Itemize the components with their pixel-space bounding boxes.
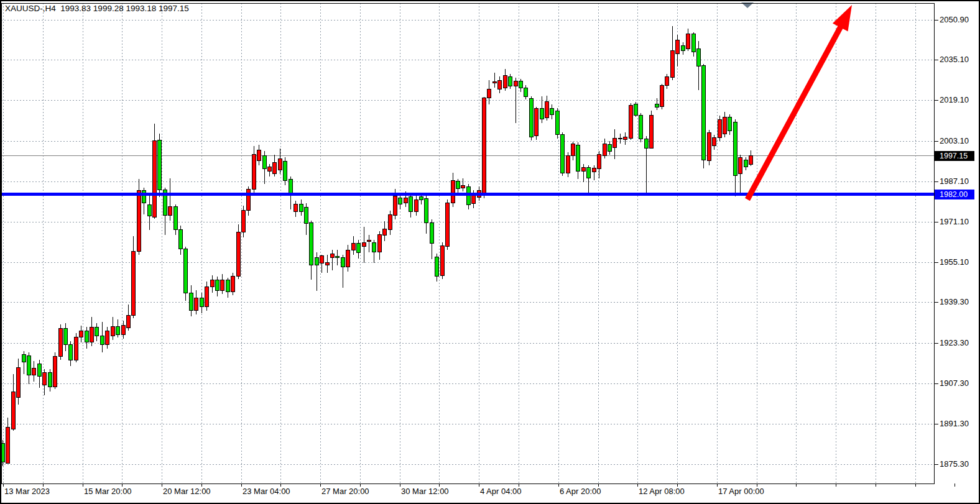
price-tick-label: 2035.10 (940, 55, 969, 64)
trend-arrow-head (833, 5, 852, 32)
ohlc-high: 1999.28 (93, 4, 124, 13)
price-tick-label: 1971.10 (940, 218, 969, 226)
time-tick-label: 4 Apr 04:00 (480, 487, 522, 496)
trend-arrow-shaft[interactable] (747, 25, 841, 199)
price-tick-label: 1987.10 (940, 177, 969, 186)
current-price-tag: 1997.15 (935, 151, 974, 161)
price-tick-label: 1939.30 (940, 298, 969, 306)
price-tick-label: 1875.30 (940, 460, 969, 469)
price-tick-label: 2050.90 (940, 16, 969, 24)
support-price-tag: 1982.00 (935, 190, 974, 199)
time-tick-label: 30 Mar 12:00 (401, 487, 449, 496)
price-tick-label: 2003.10 (940, 137, 969, 145)
ohlc-close: 1997.15 (159, 4, 189, 13)
window-frame (1, 1, 979, 503)
time-tick-label: 13 Mar 2023 (4, 487, 50, 496)
symbol-period-label: XAUUSD-,H4 (5, 4, 56, 13)
chart-window: XAUUSD-,H4 1993.83 1999.28 1993.18 1997.… (0, 0, 980, 504)
time-tick-label: 23 Mar 04:00 (243, 487, 290, 496)
candlestick-chart[interactable] (0, 0, 980, 504)
time-tick-label: 6 Apr 20:00 (560, 487, 601, 496)
time-tick-label: 12 Apr 08:00 (639, 487, 685, 496)
ohlc-open: 1993.83 (60, 4, 91, 13)
price-tick-label: 1955.10 (940, 258, 969, 267)
plot-border (2, 4, 935, 484)
price-tick-label: 1891.30 (940, 419, 969, 428)
price-tick-label: 1923.30 (940, 339, 969, 347)
candles (1, 26, 753, 465)
time-tick-label: 27 Mar 20:00 (321, 487, 369, 496)
time-tick-label: 17 Apr 00:00 (718, 487, 764, 496)
trend-arrow-object[interactable] (747, 5, 852, 199)
price-tick-label: 2019.10 (940, 96, 969, 104)
time-tick-label: 15 Mar 20:00 (84, 487, 132, 496)
ohlc-header: XAUUSD-,H4 1993.83 1999.28 1993.18 1997.… (5, 4, 189, 13)
time-tick-label: 20 Mar 12:00 (163, 487, 211, 496)
price-tick-label: 1907.30 (940, 379, 969, 388)
ohlc-low: 1993.18 (126, 4, 156, 13)
